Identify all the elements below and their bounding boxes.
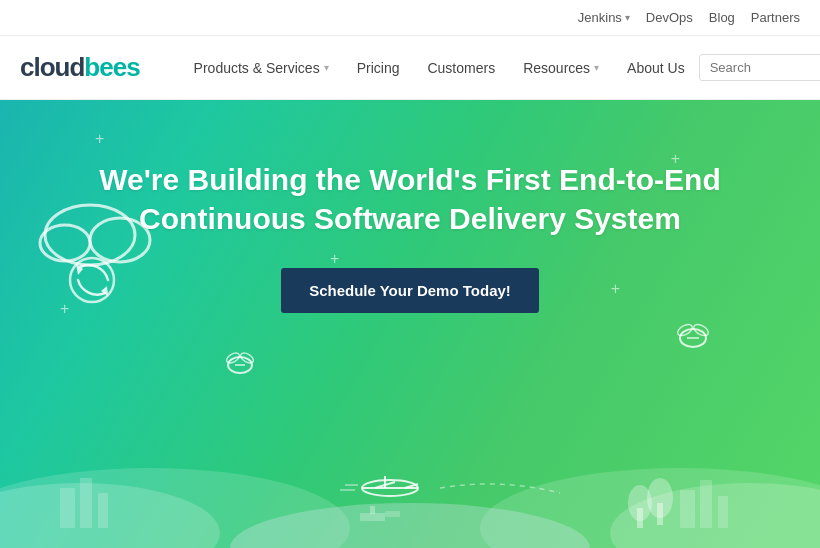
- products-chevron-icon: ▾: [324, 36, 329, 100]
- blog-link[interactable]: Blog: [709, 10, 735, 25]
- nav-links: Products & Services ▾ Pricing Customers …: [180, 36, 699, 100]
- logo-bees-text: bees: [84, 52, 139, 83]
- logo-cloud-text: cloud: [20, 52, 84, 83]
- nav-search: [699, 54, 820, 81]
- svg-rect-24: [718, 496, 728, 528]
- devops-link[interactable]: DevOps: [646, 10, 693, 25]
- top-bar: Jenkins ▾ DevOps Blog Partners: [0, 0, 820, 36]
- svg-rect-23: [700, 480, 712, 528]
- svg-rect-19: [60, 488, 75, 528]
- search-input[interactable]: [699, 54, 820, 81]
- nav-label-resources: Resources: [523, 36, 590, 100]
- hero-content: We're Building the World's First End-to-…: [70, 160, 750, 313]
- nav-item-about[interactable]: About Us: [613, 36, 699, 100]
- svg-point-47: [647, 478, 673, 518]
- nav-item-pricing[interactable]: Pricing: [343, 36, 414, 100]
- nav-label-customers: Customers: [427, 36, 495, 100]
- resources-chevron-icon: ▾: [594, 36, 599, 100]
- logo[interactable]: cloudbees: [20, 52, 140, 83]
- hero-title: We're Building the World's First End-to-…: [90, 160, 730, 238]
- nav-label-pricing: Pricing: [357, 36, 400, 100]
- hero-section: + + + + + We're Building the World's Fir…: [0, 100, 820, 548]
- partners-link[interactable]: Partners: [751, 10, 800, 25]
- svg-rect-21: [98, 493, 108, 528]
- nav-label-about: About Us: [627, 36, 685, 100]
- svg-rect-20: [80, 478, 92, 528]
- nav-item-customers[interactable]: Customers: [413, 36, 509, 100]
- nav-item-products[interactable]: Products & Services ▾: [180, 36, 343, 100]
- svg-rect-50: [370, 506, 375, 514]
- jenkins-label: Jenkins: [578, 10, 622, 25]
- star-deco-1: +: [95, 130, 104, 148]
- cta-button[interactable]: Schedule Your Demo Today!: [281, 268, 539, 313]
- nav-label-products: Products & Services: [194, 36, 320, 100]
- jenkins-chevron-icon: ▾: [625, 12, 630, 23]
- nav-item-resources[interactable]: Resources ▾: [509, 36, 613, 100]
- main-nav: cloudbees Products & Services ▾ Pricing …: [0, 36, 820, 100]
- svg-rect-48: [360, 513, 385, 521]
- landscape-illustration: [0, 348, 820, 548]
- svg-rect-22: [680, 490, 695, 528]
- svg-rect-49: [385, 511, 400, 517]
- jenkins-link[interactable]: Jenkins ▾: [578, 10, 630, 25]
